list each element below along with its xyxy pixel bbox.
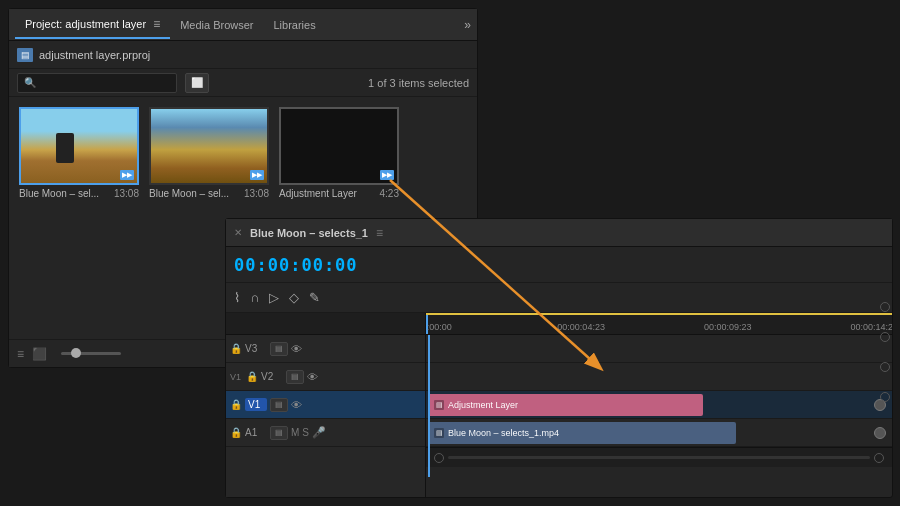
track-label-v3: V3	[245, 343, 267, 354]
track-label-v1: V1	[245, 398, 267, 411]
scroll-right-handle[interactable]	[874, 453, 884, 463]
track-settings-btn-v2[interactable]: ▤	[286, 370, 304, 384]
right-handle-2[interactable]	[880, 332, 890, 342]
selection-status: 1 of 3 items selected	[368, 77, 469, 89]
ripple-tool-icon[interactable]: ⌇	[234, 290, 240, 305]
track-select-icon[interactable]: ∩	[250, 290, 259, 305]
list-item[interactable]: ▶▶ Blue Moon – sel... 13:08	[19, 107, 139, 199]
work-area-bar	[426, 313, 892, 315]
mute-icon-a1[interactable]: M	[291, 427, 299, 438]
right-handle-1[interactable]	[880, 302, 890, 312]
razor-tool-icon[interactable]: ▷	[269, 290, 279, 305]
tab-project-menu-icon[interactable]: ≡	[153, 17, 160, 31]
track-label-v2: V2	[261, 371, 283, 382]
clip-icon: ▤	[434, 428, 444, 438]
track-label-a1: A1	[245, 427, 267, 438]
clip-icon: ▤	[434, 400, 444, 410]
tab-media-browser[interactable]: Media Browser	[170, 13, 263, 37]
track-row-v2[interactable]	[426, 363, 892, 391]
slip-tool-icon[interactable]: ◇	[289, 290, 299, 305]
track-end-handle-a1	[874, 427, 886, 439]
timeline-close-icon[interactable]: ✕	[234, 227, 242, 238]
thumb-duration: 4:23	[380, 188, 399, 199]
grid-view-icon[interactable]: ⬛	[32, 347, 47, 361]
timeline-right-handles	[880, 302, 890, 402]
media-type-icon: ▶▶	[120, 170, 134, 180]
track-row-v3[interactable]	[426, 335, 892, 363]
timeline-tools: ⌇ ∩ ▷ ◇ ✎	[226, 283, 892, 313]
zoom-slider-thumb[interactable]	[71, 348, 81, 358]
playhead-line	[428, 335, 430, 477]
tab-project[interactable]: Project: adjustment layer ≡	[15, 11, 170, 39]
timeline-body: 🔒 V3 ▤ 👁 V1 🔒 V2 ▤ 👁 🔒 V1 ▤ 👁	[226, 313, 892, 497]
track-header-a1: 🔒 A1 ▤ M S 🎤	[226, 419, 425, 447]
track-settings-btn-v3[interactable]: ▤	[270, 342, 288, 356]
thumbnail-2[interactable]: ▶▶	[149, 107, 269, 185]
search-box[interactable]: 🔍	[17, 73, 177, 93]
eye-icon-v1[interactable]: 👁	[291, 399, 302, 411]
scroll-bar[interactable]	[448, 456, 870, 459]
ruler-content: :00:00 00:00:04:23 00:00:09:23 00:00:14:…	[430, 313, 888, 334]
lock-icon-v2[interactable]: 🔒	[246, 371, 258, 382]
eye-icon-v2[interactable]: 👁	[307, 371, 318, 383]
right-handle-4[interactable]	[880, 392, 890, 402]
timeline-title: Blue Moon – selects_1	[250, 227, 368, 239]
track-row-a1[interactable]: ▤ Blue Moon – selects_1.mp4	[426, 419, 892, 447]
solo-icon-a1[interactable]: S	[302, 427, 309, 438]
timeline-ruler: :00:00 00:00:04:23 00:00:09:23 00:00:14:…	[426, 313, 892, 335]
thumb-label: Blue Moon – sel...	[19, 188, 99, 199]
ruler-placeholder	[226, 313, 425, 335]
clip-blue-moon[interactable]: ▤ Blue Moon – selects_1.mp4	[428, 422, 736, 444]
clip-adjustment-layer[interactable]: ▤ Adjustment Layer	[428, 394, 703, 416]
track-settings-btn-v1[interactable]: ▤	[270, 398, 288, 412]
list-item[interactable]: ▶▶ Adjustment Layer 4:23	[279, 107, 399, 199]
timeline-menu-icon[interactable]: ≡	[376, 226, 383, 240]
thumbnail-label-row: Blue Moon – sel... 13:08	[19, 188, 139, 199]
thumbnail-3[interactable]: ▶▶	[279, 107, 399, 185]
thumbnail-1[interactable]: ▶▶	[19, 107, 139, 185]
timecode-display: 00:00:00:00	[234, 255, 358, 275]
ruler-mark-1: 00:00:04:23	[557, 322, 605, 332]
track-headers: 🔒 V3 ▤ 👁 V1 🔒 V2 ▤ 👁 🔒 V1 ▤ 👁	[226, 313, 426, 497]
v1-label-small: V1	[230, 372, 241, 382]
thumbnail-label-row: Blue Moon – sel... 13:08	[149, 188, 269, 199]
lock-icon-v1[interactable]: 🔒	[230, 399, 242, 410]
media-type-icon: ▶▶	[380, 170, 394, 180]
track-header-v1: 🔒 V1 ▤ 👁	[226, 391, 425, 419]
track-header-v2: V1 🔒 V2 ▤ 👁	[226, 363, 425, 391]
track-header-v3: 🔒 V3 ▤ 👁	[226, 335, 425, 363]
timeline-panel: ✕ Blue Moon – selects_1 ≡ 00:00:00:00 ⌇ …	[225, 218, 893, 498]
mic-icon-a1[interactable]: 🎤	[312, 426, 326, 439]
right-handle-3[interactable]	[880, 362, 890, 372]
track-row-v1[interactable]: ▤ Adjustment Layer	[426, 391, 892, 419]
thumbnail-label-row: Adjustment Layer 4:23	[279, 188, 399, 199]
zoom-slider[interactable]	[61, 352, 121, 355]
thumb-duration: 13:08	[114, 188, 139, 199]
search-row: 🔍 ⬜ 1 of 3 items selected	[9, 69, 477, 97]
scroll-left-handle[interactable]	[434, 453, 444, 463]
media-type-icon: ▶▶	[250, 170, 264, 180]
project-filename: adjustment layer.prproj	[39, 49, 150, 61]
timecode-bar: 00:00:00:00	[226, 247, 892, 283]
timeline-tracks: :00:00 00:00:04:23 00:00:09:23 00:00:14:…	[426, 313, 892, 497]
tab-libraries[interactable]: Libraries	[264, 13, 326, 37]
lock-icon[interactable]: 🔒	[230, 343, 242, 354]
timeline-footer	[426, 447, 892, 467]
file-icon: ▤	[17, 48, 33, 62]
ruler-mark-0: :00:00	[427, 322, 452, 332]
thumb-label: Adjustment Layer	[279, 188, 357, 199]
pen-tool-icon[interactable]: ✎	[309, 290, 320, 305]
thumb-label: Blue Moon – sel...	[149, 188, 229, 199]
list-item[interactable]: ▶▶ Blue Moon – sel... 13:08	[149, 107, 269, 199]
eye-icon-v3[interactable]: 👁	[291, 343, 302, 355]
thumb-duration: 13:08	[244, 188, 269, 199]
camera-icon[interactable]: ⬜	[185, 73, 209, 93]
panel-tabs: Project: adjustment layer ≡ Media Browse…	[9, 9, 477, 41]
lock-icon-a1[interactable]: 🔒	[230, 427, 242, 438]
search-icon: 🔍	[24, 77, 36, 88]
project-toolbar: ▤ adjustment layer.prproj	[9, 41, 477, 69]
ruler-mark-2: 00:00:09:23	[704, 322, 752, 332]
list-view-icon[interactable]: ≡	[17, 347, 24, 361]
track-settings-btn-a1[interactable]: ▤	[270, 426, 288, 440]
tabs-more-icon[interactable]: »	[464, 18, 471, 32]
